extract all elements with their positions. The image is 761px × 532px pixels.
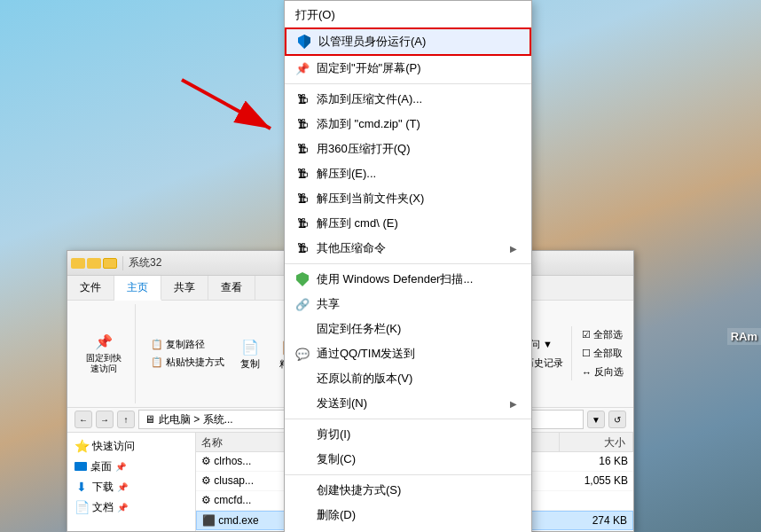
menu-delete[interactable]: 删除(D) <box>285 503 531 528</box>
menu-add-zip[interactable]: 🗜 添加到压缩文件(A)... <box>285 87 531 112</box>
btn-pin-access[interactable]: 📌 固定到快速访问 <box>80 329 128 377</box>
menu-rename[interactable]: 重命名(M) <box>285 528 531 532</box>
btn-select-all[interactable]: ☑ 全部选 <box>577 326 628 343</box>
btn-copy[interactable]: 📄 复制 <box>232 333 268 373</box>
restore-icon <box>295 372 310 386</box>
titlebar-separator <box>122 256 123 270</box>
select-all-icon: ☑ <box>582 329 591 340</box>
menu-defender[interactable]: 使用 Windows Defender扫描... <box>285 267 531 292</box>
nav-up[interactable]: ↑ <box>117 411 135 428</box>
btn-select-none-label: 全部取 <box>593 347 623 360</box>
nav-dropdown[interactable]: ▼ <box>587 411 605 428</box>
sidebar-documents[interactable]: 📄 文档 📌 <box>67 497 195 518</box>
extract-here-icon: 🗜 <box>295 192 310 206</box>
ram-label-panel: RAm <box>727 328 761 345</box>
svg-line-1 <box>182 80 271 129</box>
menu-send-to[interactable]: 发送到(N) ▶ <box>285 391 531 416</box>
nav-refresh[interactable]: ↺ <box>608 411 626 428</box>
menu-open-header: 打开(O) <box>285 3 531 27</box>
downloads-icon: ⬇ <box>75 480 89 494</box>
folder-title-icon <box>71 258 85 269</box>
file-icon-clrhos: ⚙ <box>201 455 211 467</box>
menu-run-as-admin[interactable]: 以管理员身份运行(A) <box>285 27 531 56</box>
pin-badge: 📌 <box>115 462 126 472</box>
paste-shortcut-icon: 📋 <box>151 356 163 368</box>
menu-extract-to-text: 解压到(E)... <box>317 166 517 182</box>
nav-back[interactable]: ← <box>75 411 92 428</box>
copy-icon <box>295 452 310 466</box>
col-header-size[interactable]: 大小 <box>560 433 633 451</box>
cut-icon <box>295 427 310 442</box>
sidebar-desktop-label: 桌面 <box>90 459 112 474</box>
extract-icon: 🗜 <box>295 167 310 181</box>
menu-cut[interactable]: 剪切(I) <box>285 422 531 447</box>
menu-defender-text: 使用 Windows Defender扫描... <box>317 271 517 287</box>
menu-add-zip-text: 添加到压缩文件(A)... <box>317 91 517 107</box>
extract-cmd-icon: 🗜 <box>295 216 310 231</box>
copy-icon-ribbon: 📄 <box>239 336 261 357</box>
folder-title-icon2 <box>87 258 101 269</box>
zip-360-icon: 🗜 <box>295 142 310 156</box>
menu-run-as-admin-text: 以管理员身份运行(A) <box>318 34 515 50</box>
menu-extract-here-text: 解压到当前文件夹(X) <box>317 191 517 207</box>
menu-create-shortcut[interactable]: 创建快捷方式(S) <box>285 478 531 503</box>
menu-open-360-text: 用360压缩打开(Q) <box>317 141 517 157</box>
menu-pin-start[interactable]: 📌 固定到"开始"屏幕(P) <box>285 56 531 81</box>
separator-4 <box>285 474 531 475</box>
btn-paste-shortcut-label: 粘贴快捷方式 <box>166 356 224 369</box>
btn-paste-shortcut[interactable]: 📋 粘贴快捷方式 <box>146 354 229 371</box>
menu-extract-cmd-text: 解压到 cmd\ (E) <box>317 215 517 231</box>
menu-send-qq[interactable]: 💬 通过QQ/TIM发送到 <box>285 341 531 366</box>
sidebar-quick-access[interactable]: ⭐ 快速访问 <box>67 436 195 457</box>
sendto-icon <box>295 396 310 411</box>
menu-other-compress-text: 其他压缩命令 <box>317 240 503 256</box>
sidebar-desktop[interactable]: 桌面 📌 <box>67 457 195 477</box>
btn-copy-label: 复制 <box>240 357 260 371</box>
btn-select-none[interactable]: ☐ 全部取 <box>577 345 628 362</box>
tab-view[interactable]: 查看 <box>208 276 255 300</box>
sidebar-downloads[interactable]: ⬇ 下载 📌 <box>67 477 195 497</box>
context-menu: 打开(O) 以管理员身份运行(A) 📌 固定到"开始"屏幕(P) 🗜 添加到压缩… <box>284 0 532 532</box>
btn-invert-select[interactable]: ↔ 反向选 <box>577 364 628 380</box>
menu-extract-cmd[interactable]: 🗜 解压到 cmd\ (E) <box>285 211 531 236</box>
sidebar-panel: ⭐ 快速访问 桌面 📌 ⬇ 下载 📌 📄 文档 📌 <box>67 433 196 532</box>
separator-1 <box>285 83 531 84</box>
pin-access-icon: 📌 <box>93 332 114 353</box>
menu-add-cmd-zip-text: 添加到 "cmd.zip" (T) <box>317 116 517 132</box>
quick-access-icon: ⭐ <box>75 439 89 453</box>
menu-extract-here[interactable]: 🗜 解压到当前文件夹(X) <box>285 186 531 211</box>
address-text: 此电脑 > 系统... <box>159 412 233 427</box>
menu-copy[interactable]: 复制(C) <box>285 447 531 472</box>
menu-share-text: 共享 <box>317 296 517 312</box>
btn-invert-label: 反向选 <box>594 365 624 379</box>
menu-restore-version[interactable]: 还原以前的版本(V) <box>285 366 531 391</box>
shortcut-icon <box>295 483 310 497</box>
ribbon-select-group: ☑ 全部选 ☐ 全部取 ↔ 反向选 <box>571 326 628 380</box>
menu-pin-start-text: 固定到"开始"屏幕(P) <box>317 60 517 76</box>
menu-pin-taskbar[interactable]: 固定到任务栏(K) <box>285 317 531 341</box>
menu-open-360[interactable]: 🗜 用360压缩打开(Q) <box>285 137 531 161</box>
titlebar-icons <box>71 258 117 269</box>
menu-send-qq-text: 通过QQ/TIM发送到 <box>317 346 517 362</box>
tab-share[interactable]: 共享 <box>161 276 208 300</box>
menu-copy-text: 复制(C) <box>317 451 517 467</box>
menu-add-cmd-zip[interactable]: 🗜 添加到 "cmd.zip" (T) <box>285 112 531 137</box>
tab-file[interactable]: 文件 <box>67 276 114 300</box>
pin-icon: 📌 <box>295 61 310 75</box>
svg-marker-3 <box>304 35 310 49</box>
nav-forward[interactable]: → <box>96 411 114 428</box>
menu-send-to-text: 发送到(N) <box>317 395 503 411</box>
zip-icon-2: 🗜 <box>295 117 310 131</box>
btn-copy-path[interactable]: 📋 复制路径 <box>146 336 229 353</box>
menu-share[interactable]: 🔗 共享 <box>285 292 531 317</box>
menu-extract-to[interactable]: 🗜 解压到(E)... <box>285 161 531 186</box>
menu-other-compress[interactable]: 🗜 其他压缩命令 ▶ <box>285 236 531 261</box>
file-size-clusap: 1,055 KB <box>562 473 633 489</box>
compress-icon: 🗜 <box>295 241 310 255</box>
tab-home[interactable]: 主页 <box>114 276 161 301</box>
sidebar-quick-access-label: 快速访问 <box>92 439 135 454</box>
pin-badge-dl: 📌 <box>117 482 128 492</box>
separator-2 <box>285 263 531 264</box>
qq-icon: 💬 <box>295 347 310 361</box>
pin-badge-doc: 📌 <box>117 503 128 512</box>
